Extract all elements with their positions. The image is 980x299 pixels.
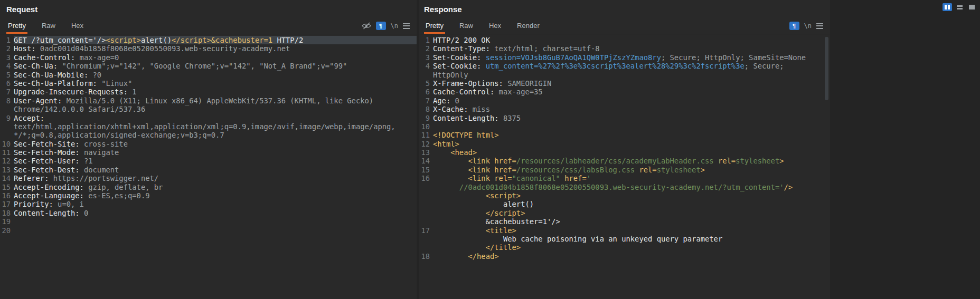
editor-row[interactable]: 15 <link href=/resources/css/labsBlog.cs…: [419, 166, 830, 174]
code-line: Sec-Fetch-User: ?1: [14, 157, 417, 165]
editor-row[interactable]: 16 <link rel="canonical" href=': [419, 174, 830, 182]
code-line: Accept:: [14, 114, 417, 122]
tab-pretty[interactable]: Pretty: [6, 18, 27, 34]
editor-row[interactable]: 1HTTP/2 200 OK: [419, 36, 830, 44]
editor-row[interactable]: 11<!DOCTYPE html>: [419, 131, 830, 139]
code-line: Host: 0adc001d04b1858f8068e05200550093.w…: [14, 44, 417, 53]
editor-menu-icon[interactable]: [816, 23, 823, 29]
code-line: [14, 226, 417, 235]
editor-row[interactable]: <script>: [419, 191, 830, 200]
code-line: <script>: [433, 191, 830, 200]
scrollbar-thumb[interactable]: [825, 37, 828, 100]
editor-row[interactable]: 5Sec-Ch-Ua-Mobile: ?0: [0, 71, 417, 79]
tab-hex[interactable]: Hex: [487, 18, 503, 34]
editor-row[interactable]: 2Host: 0adc001d04b1858f8068e05200550093.…: [0, 44, 417, 53]
editor-menu-icon[interactable]: [403, 23, 410, 29]
editor-row[interactable]: 4Set-Cookie: utm_content=%27%2f%3e%3cscr…: [419, 62, 830, 70]
line-number: 16: [419, 174, 430, 182]
code-line: Sec-Fetch-Mode: navigate: [14, 148, 417, 157]
editor-row[interactable]: 14Referer: https://portswigger.net/: [0, 174, 417, 182]
editor-row[interactable]: Web cache poisoning via an unkeyed query…: [419, 235, 830, 243]
line-number: 12: [0, 157, 11, 165]
editor-row[interactable]: 4Sec-Ch-Ua: "Chromium";v="142", "Google …: [0, 62, 417, 70]
editor-row[interactable]: 6Cache-Control: max-age=35: [419, 88, 830, 96]
editor-row[interactable]: 9Content-Length: 8375: [419, 114, 830, 122]
code-line: Age: 0: [433, 97, 830, 105]
editor-row[interactable]: HttpOnly: [419, 71, 830, 79]
editor-row[interactable]: 2Content-Type: text/html; charset=utf-8: [419, 44, 830, 53]
layout-columns-button[interactable]: [943, 3, 952, 11]
code-line: Accept-Language: es-ES,es;q=0.9: [14, 191, 417, 200]
request-tabs: PrettyRawHex: [6, 18, 98, 34]
line-number: 13: [419, 148, 430, 157]
line-number: 1: [0, 36, 11, 44]
line-number: 8: [0, 97, 11, 105]
tab-render[interactable]: Render: [515, 18, 541, 34]
editor-row[interactable]: 5X-Frame-Options: SAMEORIGIN: [419, 79, 830, 88]
editor-row[interactable]: 19: [0, 217, 417, 226]
editor-row[interactable]: 12Sec-Fetch-User: ?1: [0, 157, 417, 165]
code-line: Cache-Control: max-age=35: [433, 88, 830, 96]
editor-row[interactable]: 16Accept-Language: es-ES,es;q=0.9: [0, 191, 417, 200]
editor-row[interactable]: 17 <title>: [419, 226, 830, 235]
editor-row[interactable]: </title>: [419, 243, 830, 252]
editor-row[interactable]: 15Accept-Encoding: gzip, deflate, br: [0, 183, 417, 191]
response-scrollbar[interactable]: [825, 37, 829, 297]
newline-toggle-icon[interactable]: \n: [391, 22, 398, 30]
line-number: 12: [419, 140, 430, 148]
tab-pretty[interactable]: Pretty: [424, 18, 445, 34]
code-line: </script>: [433, 209, 830, 217]
editor-row[interactable]: 8User-Agent: Mozilla/5.0 (X11; Linux x86…: [0, 97, 417, 105]
line-number: 17: [419, 226, 430, 235]
editor-row[interactable]: 13 <head>: [419, 148, 830, 157]
editor-row[interactable]: alert(): [419, 200, 830, 208]
line-number: 4: [0, 62, 11, 70]
tab-raw[interactable]: Raw: [40, 18, 57, 34]
line-number: 11: [419, 131, 430, 139]
syntax-highlight-icon[interactable]: ¶: [376, 22, 386, 30]
code-line: Set-Cookie: utm_content=%27%2f%3e%3cscri…: [433, 62, 830, 70]
editor-row[interactable]: 18 </head>: [419, 252, 830, 261]
editor-row[interactable]: 10: [419, 122, 830, 131]
editor-row[interactable]: Chrome/142.0.0.0 Safari/537.36: [0, 105, 417, 113]
response-editor[interactable]: 1HTTP/2 200 OK2Content-Type: text/html; …: [419, 35, 830, 299]
eye-off-icon[interactable]: [362, 22, 371, 30]
editor-row[interactable]: 9Accept:: [0, 114, 417, 122]
layout-rows-button[interactable]: [955, 3, 964, 11]
line-number: 7: [419, 97, 430, 105]
editor-row[interactable]: 7Age: 0: [419, 97, 830, 105]
editor-row[interactable]: 13Sec-Fetch-Dest: document: [0, 166, 417, 174]
editor-row[interactable]: //0adc001d04b1858f8068e05200550093.web-s…: [419, 183, 830, 191]
tab-raw[interactable]: Raw: [458, 18, 475, 34]
response-panel: Response PrettyRawHexRender ¶ \n 1HTTP/2…: [419, 0, 830, 299]
editor-row[interactable]: 10Sec-Fetch-Site: cross-site: [0, 140, 417, 148]
editor-row[interactable]: 20: [0, 226, 417, 235]
editor-row[interactable]: */*;q=0.8,application/signed-exchange;v=…: [0, 131, 417, 139]
editor-row[interactable]: 18Content-Length: 0: [0, 209, 417, 217]
editor-row[interactable]: 3Set-Cookie: session=VOJsb8GuB7AoQA1QW0T…: [419, 53, 830, 62]
code-line: Sec-Fetch-Site: cross-site: [14, 140, 417, 148]
editor-row[interactable]: 11Sec-Fetch-Mode: navigate: [0, 148, 417, 157]
line-number: 2: [419, 44, 430, 53]
code-line: Priority: u=0, i: [14, 200, 417, 208]
tab-hex[interactable]: Hex: [70, 18, 85, 34]
syntax-highlight-icon[interactable]: ¶: [789, 22, 799, 30]
newline-toggle-icon[interactable]: \n: [804, 22, 812, 30]
line-number: [0, 122, 11, 131]
editor-row[interactable]: 8X-Cache: miss: [419, 105, 830, 113]
editor-row[interactable]: 14 <link href=/resources/labheader/css/a…: [419, 157, 830, 165]
editor-row[interactable]: &cachebuster=1'/>: [419, 217, 830, 226]
editor-row[interactable]: 1GET /?utm_content='/><script>alert()</s…: [0, 36, 417, 44]
line-number: 15: [0, 183, 11, 191]
editor-row[interactable]: text/html,application/xhtml+xml,applicat…: [0, 122, 417, 131]
editor-row[interactable]: 17Priority: u=0, i: [0, 200, 417, 208]
editor-row[interactable]: 12<html>: [419, 140, 830, 148]
editor-row[interactable]: 6Sec-Ch-Ua-Platform: "Linux": [0, 79, 417, 88]
editor-row[interactable]: 7Upgrade-Insecure-Requests: 1: [0, 88, 417, 96]
layout-single-button[interactable]: [967, 3, 976, 11]
editor-row[interactable]: </script>: [419, 209, 830, 217]
code-line: <link href=/resources/css/labsBlog.css r…: [433, 166, 830, 174]
editor-row[interactable]: 3Cache-Control: max-age=0: [0, 53, 417, 62]
request-editor[interactable]: 1GET /?utm_content='/><script>alert()</s…: [0, 35, 417, 299]
line-number: 18: [0, 209, 11, 217]
